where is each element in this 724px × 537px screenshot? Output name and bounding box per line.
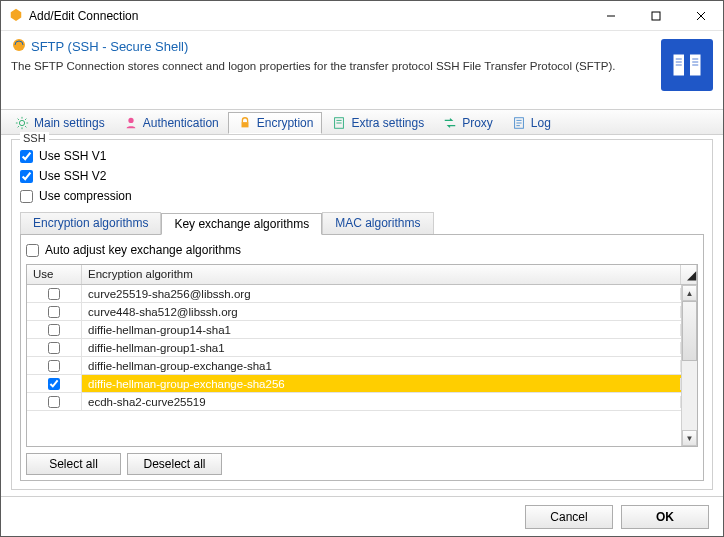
proxy-icon — [442, 115, 458, 131]
scroll-down-button[interactable]: ▼ — [682, 430, 697, 446]
row-algorithm-cell: curve448-sha512@libssh.org — [82, 306, 681, 318]
checkbox-input[interactable] — [20, 150, 33, 163]
tab-proxy[interactable]: Proxy — [433, 112, 502, 134]
row-algorithm-cell: diffie-hellman-group14-sha1 — [82, 324, 681, 336]
groupbox-title: SSH — [20, 132, 49, 144]
subtab-encryption-algorithms[interactable]: Encryption algorithms — [20, 212, 161, 234]
row-use-cell[interactable] — [27, 357, 82, 374]
tab-log[interactable]: Log — [502, 112, 560, 134]
ok-button[interactable]: OK — [621, 505, 709, 529]
use-ssh-v1-checkbox[interactable]: Use SSH V1 — [20, 146, 704, 166]
row-use-cell[interactable] — [27, 339, 82, 356]
svg-rect-0 — [652, 12, 660, 20]
window-title: Add/Edit Connection — [29, 9, 138, 23]
content-area: SSH Use SSH V1 Use SSH V2 Use compressio… — [1, 135, 723, 496]
column-use[interactable]: Use — [27, 265, 82, 284]
subtab-label: Encryption algorithms — [33, 216, 148, 230]
dialog-footer: Cancel OK — [1, 496, 723, 536]
deselect-all-button[interactable]: Deselect all — [127, 453, 222, 475]
scroll-up-button[interactable]: ▲ — [682, 285, 697, 301]
row-use-cell[interactable] — [27, 303, 82, 320]
row-use-cell[interactable] — [27, 393, 82, 410]
svg-point-10 — [19, 120, 24, 125]
row-use-checkbox[interactable] — [48, 288, 60, 300]
table-row[interactable]: curve25519-sha256@libssh.org — [27, 285, 681, 303]
tab-label: Extra settings — [351, 116, 424, 130]
tab-main-settings[interactable]: Main settings — [5, 112, 114, 134]
column-algorithm[interactable]: Encryption algorithm — [82, 265, 681, 284]
select-all-button[interactable]: Select all — [26, 453, 121, 475]
scroll-track[interactable] — [682, 361, 697, 430]
algorithm-table: Use Encryption algorithm ◢ curve25519-sh… — [26, 264, 698, 447]
checkbox-input[interactable] — [26, 244, 39, 257]
table-row[interactable]: diffie-hellman-group-exchange-sha256 — [27, 375, 681, 393]
app-icon — [9, 7, 23, 24]
dialog-window: Add/Edit Connection SFTP (SSH - Secure S… — [0, 0, 724, 537]
sheet-icon — [331, 115, 347, 131]
subtab-key-exchange-algorithms[interactable]: Key exchange algorithms — [161, 213, 322, 235]
sub-content: Auto adjust key exchange algorithms Use … — [20, 235, 704, 481]
svg-point-11 — [128, 118, 133, 123]
scroll-thumb[interactable] — [682, 301, 697, 361]
tab-label: Proxy — [462, 116, 493, 130]
table-row[interactable]: curve448-sha512@libssh.org — [27, 303, 681, 321]
tab-label: Log — [531, 116, 551, 130]
subtab-label: MAC algorithms — [335, 216, 420, 230]
row-use-checkbox[interactable] — [48, 342, 60, 354]
row-use-cell[interactable] — [27, 285, 82, 302]
table-header: Use Encryption algorithm ◢ — [27, 265, 697, 285]
log-icon — [511, 115, 527, 131]
vertical-scrollbar[interactable]: ▲ ▼ — [681, 285, 697, 446]
sftp-icon — [11, 37, 27, 56]
checkbox-input[interactable] — [20, 170, 33, 183]
user-icon — [123, 115, 139, 131]
table-row[interactable]: ecdh-sha2-curve25519 — [27, 393, 681, 411]
row-use-checkbox[interactable] — [48, 396, 60, 408]
row-use-checkbox[interactable] — [48, 378, 60, 390]
maximize-button[interactable] — [633, 1, 678, 31]
tab-label: Encryption — [257, 116, 314, 130]
tab-encryption[interactable]: Encryption — [228, 112, 323, 134]
main-tab-strip: Main settings Authentication Encryption … — [1, 109, 723, 135]
close-button[interactable] — [678, 1, 723, 31]
checkbox-label: Use SSH V2 — [39, 169, 106, 183]
checkbox-label: Use compression — [39, 189, 132, 203]
table-row[interactable]: diffie-hellman-group14-sha1 — [27, 321, 681, 339]
header: SFTP (SSH - Secure Shell) The SFTP Conne… — [1, 31, 723, 95]
gear-icon — [14, 115, 30, 131]
row-algorithm-cell: diffie-hellman-group1-sha1 — [82, 342, 681, 354]
tab-extra-settings[interactable]: Extra settings — [322, 112, 433, 134]
use-ssh-v2-checkbox[interactable]: Use SSH V2 — [20, 166, 704, 186]
subtab-mac-algorithms[interactable]: MAC algorithms — [322, 212, 433, 234]
row-use-checkbox[interactable] — [48, 324, 60, 336]
row-algorithm-cell: curve25519-sha256@libssh.org — [82, 288, 681, 300]
column-sort-handle[interactable]: ◢ — [681, 265, 697, 284]
row-use-checkbox[interactable] — [48, 306, 60, 318]
cancel-button[interactable]: Cancel — [525, 505, 613, 529]
auto-adjust-checkbox[interactable]: Auto adjust key exchange algorithms — [26, 240, 698, 260]
ssh-groupbox: SSH Use SSH V1 Use SSH V2 Use compressio… — [11, 139, 713, 490]
tab-label: Main settings — [34, 116, 105, 130]
minimize-button[interactable] — [588, 1, 633, 31]
row-algorithm-cell: ecdh-sha2-curve25519 — [82, 396, 681, 408]
subtab-label: Key exchange algorithms — [174, 217, 309, 231]
lock-icon — [237, 115, 253, 131]
table-row[interactable]: diffie-hellman-group-exchange-sha1 — [27, 357, 681, 375]
checkbox-label: Auto adjust key exchange algorithms — [45, 243, 241, 257]
titlebar: Add/Edit Connection — [1, 1, 723, 31]
checkbox-label: Use SSH V1 — [39, 149, 106, 163]
row-use-cell[interactable] — [27, 375, 82, 392]
row-use-checkbox[interactable] — [48, 360, 60, 372]
header-description: The SFTP Connection stores connect and l… — [11, 60, 651, 72]
row-use-cell[interactable] — [27, 321, 82, 338]
header-big-icon — [661, 39, 713, 91]
use-compression-checkbox[interactable]: Use compression — [20, 186, 704, 206]
header-title-row: SFTP (SSH - Secure Shell) — [11, 37, 651, 56]
row-algorithm-cell: diffie-hellman-group-exchange-sha1 — [82, 360, 681, 372]
selection-buttons: Select all Deselect all — [26, 453, 698, 475]
tab-authentication[interactable]: Authentication — [114, 112, 228, 134]
row-algorithm-cell: diffie-hellman-group-exchange-sha256 — [82, 378, 681, 390]
table-row[interactable]: diffie-hellman-group1-sha1 — [27, 339, 681, 357]
checkbox-input[interactable] — [20, 190, 33, 203]
svg-rect-12 — [241, 122, 248, 127]
